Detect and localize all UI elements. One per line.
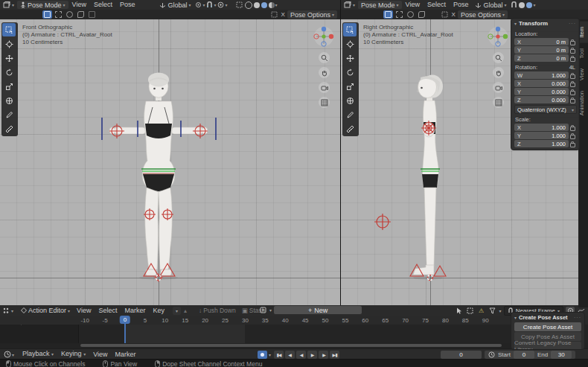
shading-rendered-button[interactable] [269,2,275,8]
panel-collapse-icon[interactable]: ▾ [514,21,517,26]
menu-view[interactable]: View [68,0,90,10]
rotation-w-field[interactable]: W1.000 [514,71,569,79]
action-selector-dropdown[interactable]: ▾ [173,307,181,315]
rotation-y-field[interactable]: Y0.000 [514,88,569,95]
dope-ruler[interactable]: -10-505101520253035404550556065707580859… [0,316,588,325]
menu-select[interactable]: Select [90,0,116,10]
location-y-field[interactable]: Y0 m [514,46,569,54]
editor-type-button[interactable]: ▾ [341,1,358,9]
shading-solid-button[interactable] [519,2,525,8]
tool-scale[interactable] [2,80,16,93]
tool-scale[interactable] [343,80,357,93]
knee-control[interactable] [372,211,393,232]
tool-rotate[interactable] [2,66,16,79]
axis-gizmo[interactable] [313,25,335,48]
mode-dropdown[interactable]: Pose Mode ▾ [358,1,402,9]
jump-to-end-button[interactable]: ▶▮ [330,351,339,359]
keying-menu[interactable]: Keying ▾ [57,349,89,360]
play-button[interactable]: ▶ [307,351,317,359]
select-mode-lasso[interactable] [76,10,86,19]
play-reverse-button[interactable]: ◀ [296,351,306,359]
action-editor-mode-dropdown[interactable]: Action Editor ▾ [18,307,73,315]
viewport-divider[interactable] [340,0,341,305]
tool-move[interactable] [343,51,357,65]
tool-select-box[interactable] [343,23,357,36]
snap-magnet-button[interactable] [205,1,214,9]
action-datablock-icon[interactable] [258,306,267,314]
create-pose-asset-button[interactable]: Create Pose Asset [514,322,581,331]
panel-grip-icon[interactable]: ··· [569,21,576,26]
shading-solid-button[interactable] [254,2,260,8]
overlays-toggle-icon[interactable] [270,10,279,19]
lock-icon[interactable] [569,89,577,95]
rotation-x-field[interactable]: X0.000 [514,80,569,87]
zoom-icon[interactable] [493,52,504,63]
lock-icon[interactable] [569,47,577,54]
select-box-icon[interactable] [466,307,475,315]
character-front[interactable] [97,68,220,284]
tool-transform[interactable] [343,94,357,107]
lock-icon[interactable] [569,141,577,147]
zoom-icon[interactable] [319,52,330,63]
lock-icon[interactable] [569,55,577,62]
editor-type-button[interactable] [2,307,11,315]
menu-view[interactable]: View [402,0,424,10]
current-frame-field[interactable]: 0 [441,351,482,359]
proportional-editing-button[interactable] [217,1,226,9]
unlink-action-icon[interactable]: ▴ [181,307,190,315]
tool-rotate[interactable] [343,66,357,79]
menu-pose[interactable]: Pose [450,0,473,10]
push-down-button[interactable]: ↓Push Down [196,307,239,314]
dope-menu-marker[interactable]: Marker [121,306,149,316]
tool-annotate[interactable] [343,108,357,121]
scrollbar-thumb[interactable] [80,344,502,347]
warning-icon[interactable]: ⚠ [477,307,486,315]
ortho-grid-icon[interactable] [319,97,330,108]
panel-grip-icon[interactable]: ··· [574,315,581,320]
select-mode-circle[interactable] [65,10,74,19]
convert-legacy-pose-library-button[interactable]: Convert Legacy Pose Library [514,342,581,350]
pivot-point-button[interactable] [194,1,202,9]
axis-gizmo[interactable] [487,25,509,48]
end-frame-field[interactable]: 30 [551,351,572,359]
tool-measure[interactable] [343,122,357,135]
overlays-toggle-icon[interactable] [441,10,450,19]
pose-options-dropdown[interactable]: Pose Options ▾ [287,10,337,19]
viewport-front[interactable]: Front Orthographic (0) Armature : CTRL_A… [0,19,340,305]
menu-select[interactable]: Select [424,0,450,10]
mode-dropdown[interactable]: Pose Mode ▾ [17,1,68,9]
location-z-field[interactable]: Z0 m [514,54,569,62]
lock-icon[interactable] [569,39,577,45]
shading-wireframe-button[interactable] [245,1,252,9]
tool-select-box[interactable] [2,23,16,36]
tool-cursor[interactable] [2,37,16,51]
select-mode-lasso[interactable] [417,10,426,19]
rotation-mode-badge[interactable]: 4L [569,64,575,71]
current-frame-badge[interactable]: 0 [120,316,130,324]
select-mode-tweak[interactable] [383,10,393,19]
tool-move[interactable] [2,51,16,65]
pose-options-dropdown[interactable]: Pose Options ▾ [458,10,508,19]
rotation-mode-dropdown[interactable]: Quaternion (WXYZ)▾ [514,105,577,114]
select-mode-tweak[interactable] [42,10,52,19]
jump-to-start-button[interactable]: ▮◀ [274,351,284,359]
select-mode-circle[interactable] [406,10,415,19]
tool-measure[interactable] [2,122,16,135]
next-keyframe-button[interactable]: ·▶ [319,351,328,359]
rotation-z-field[interactable]: Z0.000 [514,96,569,103]
ortho-grid-icon[interactable] [493,97,504,108]
select-mode-box[interactable] [54,10,63,19]
shading-material-button[interactable] [261,2,267,8]
editor-type-button[interactable]: ▾ [0,1,17,9]
marker-menu[interactable]: Marker [112,350,140,360]
filter-funnel-icon[interactable] [488,307,497,315]
prev-keyframe-button[interactable]: ◀· [285,351,295,359]
pan-hand-icon[interactable] [319,67,330,78]
view-menu[interactable]: View [89,350,111,360]
lock-icon[interactable] [569,97,577,103]
tool-annotate[interactable] [2,108,16,121]
select-mode-box[interactable] [394,10,404,19]
transform-orientation-dropdown[interactable]: Global ▾ [156,1,194,9]
location-x-field[interactable]: X0 m [514,38,569,45]
camera-icon[interactable] [319,82,330,93]
